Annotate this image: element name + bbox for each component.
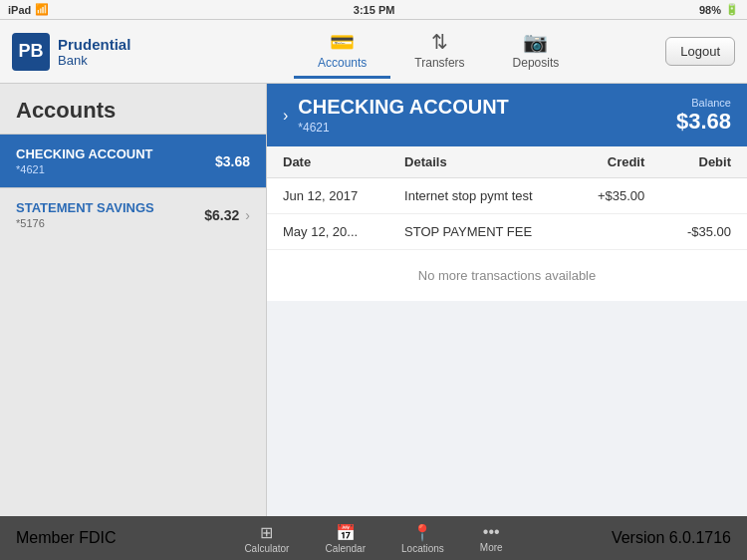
status-time: 3:15 PM: [354, 4, 395, 16]
sidebar: Accounts CHECKING ACCOUNT *4621 $3.68 › …: [0, 84, 267, 516]
savings-chevron-icon: ›: [245, 207, 250, 223]
tx-debit-1: -$35.00: [660, 214, 747, 250]
tx-credit-1: [571, 214, 660, 250]
table-header-row: Date Details Credit Debit: [267, 146, 747, 178]
content-area: › CHECKING ACCOUNT *4621 Balance $3.68 D…: [267, 84, 747, 516]
member-fdic-label: Member FDIC: [16, 529, 116, 547]
col-details: Details: [388, 146, 571, 178]
no-more-transactions: No more transactions available: [267, 250, 747, 301]
logo-area: PB Prudential Bank: [12, 33, 211, 71]
transfers-icon: ⇅: [431, 30, 448, 54]
col-debit: Debit: [660, 146, 747, 178]
calendar-label: Calendar: [325, 543, 366, 554]
bottom-tab-more[interactable]: ••• More: [462, 519, 521, 558]
account-item-checking[interactable]: CHECKING ACCOUNT *4621 $3.68 ›: [0, 134, 266, 187]
account-header-balance: Balance $3.68: [676, 97, 731, 135]
bottom-tab-calculator[interactable]: ⊞ Calculator: [226, 519, 307, 558]
table-row: Jun 12, 2017 Internet stop pymt test +$3…: [267, 178, 747, 214]
account-detail-header: › CHECKING ACCOUNT *4621 Balance $3.68: [267, 84, 747, 146]
tab-transfers-label: Transfers: [414, 56, 464, 70]
tab-deposits[interactable]: 📷 Deposits: [489, 24, 584, 79]
tx-details-1: STOP PAYMENT FEE: [388, 214, 571, 250]
balance-value: $3.68: [676, 109, 731, 135]
calculator-label: Calculator: [244, 543, 289, 554]
status-bar: iPad 📶 3:15 PM 98% 🔋: [0, 0, 747, 20]
checking-account-balance: $3.68: [215, 153, 250, 169]
more-icon: •••: [483, 523, 500, 541]
header: PB Prudential Bank 💳 Accounts ⇅ Transfer…: [0, 20, 747, 84]
tab-nav: 💳 Accounts ⇅ Transfers 📷 Deposits: [211, 24, 665, 79]
account-item-savings[interactable]: STATEMENT SAVINGS *5176 $6.32 ›: [0, 187, 266, 241]
calculator-icon: ⊞: [260, 523, 273, 542]
tx-date-1: May 12, 20...: [267, 214, 388, 250]
tab-transfers[interactable]: ⇅ Transfers: [390, 24, 488, 79]
wifi-icon: 📶: [35, 3, 49, 16]
battery-level: 98%: [699, 4, 721, 16]
logout-button[interactable]: Logout: [665, 37, 735, 66]
col-date: Date: [267, 146, 388, 178]
logo-sub: Bank: [58, 53, 130, 68]
version-label: Version 6.0.1716: [612, 529, 731, 547]
tx-details-0: Internet stop pymt test: [388, 178, 571, 214]
bottom-tabs: ⊞ Calculator 📅 Calendar 📍 Locations ••• …: [226, 519, 520, 558]
checking-account-name: CHECKING ACCOUNT: [16, 146, 152, 161]
locations-icon: 📍: [412, 523, 432, 542]
savings-account-name: STATEMENT SAVINGS: [16, 200, 154, 215]
tab-accounts-label: Accounts: [318, 56, 367, 70]
table-row: May 12, 20... STOP PAYMENT FEE -$35.00: [267, 214, 747, 250]
tx-debit-0: [660, 178, 747, 214]
account-header-name: CHECKING ACCOUNT: [298, 96, 666, 119]
tab-deposits-label: Deposits: [513, 56, 560, 70]
logo-text-area: Prudential Bank: [58, 36, 130, 68]
col-credit: Credit: [571, 146, 660, 178]
logo-box: PB: [12, 33, 50, 71]
checking-account-right: $3.68 ›: [215, 153, 250, 169]
savings-account-right: $6.32 ›: [204, 207, 250, 223]
bottom-tab-locations[interactable]: 📍 Locations: [383, 519, 462, 558]
transactions-table: Date Details Credit Debit Jun 12, 2017 I…: [267, 146, 747, 250]
sidebar-title: Accounts: [0, 84, 266, 134]
more-label: More: [480, 542, 503, 553]
savings-account-balance: $6.32: [204, 207, 239, 223]
bottom-tab-calendar[interactable]: 📅 Calendar: [307, 519, 383, 558]
expand-arrow-icon[interactable]: ›: [283, 107, 288, 125]
logo-name: Prudential: [58, 36, 130, 53]
deposits-icon: 📷: [523, 30, 548, 54]
accounts-icon: 💳: [330, 30, 355, 54]
savings-account-number: *5176: [16, 217, 154, 229]
bottom-nav: Member FDIC ⊞ Calculator 📅 Calendar 📍 Lo…: [0, 516, 747, 560]
locations-label: Locations: [401, 543, 444, 554]
tx-date-0: Jun 12, 2017: [267, 178, 388, 214]
balance-label: Balance: [676, 97, 731, 109]
account-header-number: *4621: [298, 121, 666, 135]
battery-icon: 🔋: [725, 3, 739, 16]
account-header-info: CHECKING ACCOUNT *4621: [298, 96, 666, 135]
checking-account-number: *4621: [16, 163, 152, 175]
ipad-label: iPad: [8, 4, 31, 16]
tab-accounts[interactable]: 💳 Accounts: [294, 24, 390, 79]
transactions-body: Jun 12, 2017 Internet stop pymt test +$3…: [267, 178, 747, 250]
tx-credit-0: +$35.00: [571, 178, 660, 214]
calendar-icon: 📅: [336, 523, 356, 542]
main-layout: Accounts CHECKING ACCOUNT *4621 $3.68 › …: [0, 84, 747, 516]
